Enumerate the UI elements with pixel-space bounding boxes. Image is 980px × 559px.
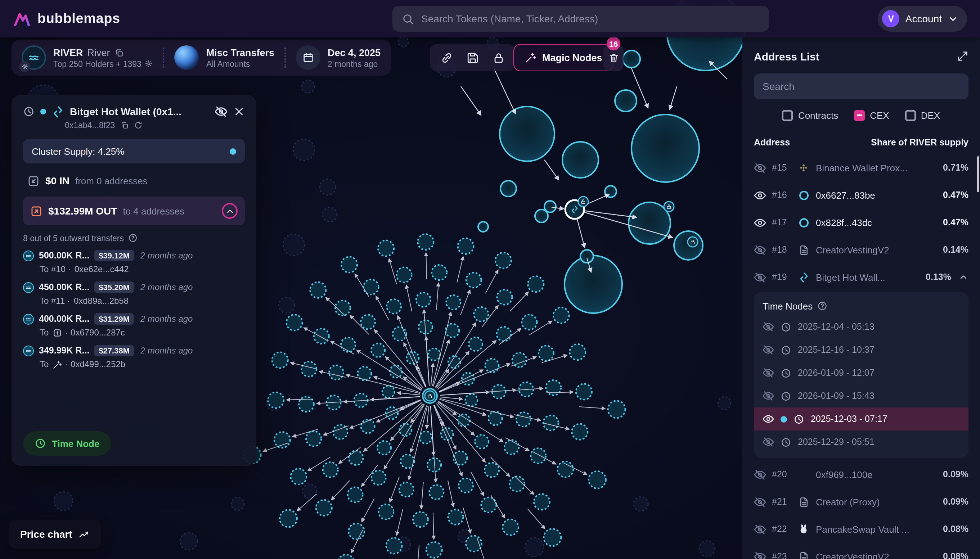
account-label: Account [906,13,942,25]
snapshot-date-card[interactable]: Dec 4, 2025 2 months ago [296,45,381,70]
lock-button[interactable] [487,47,510,68]
eye-off-icon[interactable] [754,244,766,256]
address-name: 0xf969...100e [816,469,937,480]
time-node-row[interactable]: 2026-01-09 - 12:07 [754,361,968,384]
inflow-row[interactable]: $0 IN from 0 addresses [23,169,245,192]
price-chart-label: Price chart [20,528,72,540]
transfer-item[interactable]: 500.00K R... $39.12M 2 months ago To #10… [23,250,245,274]
filter-cex[interactable]: CEX [854,110,889,121]
share-link-button[interactable] [435,47,458,68]
address-row[interactable]: #15 Binance Wallet Prox... 0.71% [754,154,968,182]
calendar-icon [296,45,320,70]
eye-off-icon[interactable] [763,367,774,379]
help-icon[interactable] [128,233,137,243]
time-node-row[interactable]: 2025-12-04 - 05:13 [754,315,968,338]
time-node-row-selected[interactable]: 2025-12-03 - 07:17 [754,407,968,430]
address-row[interactable]: #20 0xf969...100e 0.09% [754,461,968,488]
address-rank: #17 [772,217,791,228]
address-row[interactable]: #23 CreatorVestingV2 0.08% [754,543,968,559]
eye-off-icon[interactable] [754,468,766,481]
chevron-down-icon [948,13,958,24]
help-icon[interactable] [817,301,827,311]
address-search[interactable] [754,73,968,99]
copy-address-icon[interactable] [120,121,129,130]
address-row[interactable]: #16 0x6627...83be 0.47% [754,182,968,209]
address-list-panel: Address List Contracts CEX DEX Address S… [742,38,980,559]
address-search-input[interactable] [763,81,960,92]
token-search[interactable] [392,6,769,32]
eye-off-icon[interactable] [763,436,774,448]
snapshot-age: 2 months ago [328,60,377,68]
transfer-item[interactable]: 450.00K R... $35.20M 2 months ago To #11… [23,281,245,306]
address-name: Bitget Hot Wall... [816,272,920,283]
filter-contracts[interactable]: Contracts [782,110,838,121]
eye-off-icon[interactable] [754,496,766,508]
eye-icon[interactable] [754,189,766,201]
transfer-time: 2 months ago [141,346,193,356]
address-row[interactable]: #18 CreatorVestingV2 0.14% [754,236,968,263]
transfer-to-address: · 0x6790...287c [65,327,124,337]
wand-icon [52,360,61,369]
time-node-button[interactable]: Time Node [23,431,111,456]
address-row[interactable]: #22 PancakeSwap Vault ... 0.08% [754,516,968,543]
eye-off-icon[interactable] [754,550,766,559]
clock-icon [781,367,791,378]
save-button[interactable] [461,47,484,68]
clock-icon [781,321,791,332]
hide-address-eye-off-icon[interactable] [215,105,228,118]
time-node-label: Time Node [52,438,99,449]
link-icon [440,51,452,64]
cluster-supply-label: Cluster Supply: 4.25% [32,146,124,157]
address-name: 0x6627...83be [816,190,937,200]
cluster-supply-row[interactable]: Cluster Supply: 4.25% [23,139,245,164]
token-search-input[interactable] [421,13,760,25]
time-node-row[interactable]: 2026-01-09 - 15:43 [754,384,968,407]
time-node-row[interactable]: 2025-12-29 - 05:51 [754,430,968,453]
column-share: Share of RIVER supply [871,137,968,147]
eye-icon[interactable] [754,216,766,228]
clock-icon [781,344,791,355]
divider [163,48,164,68]
eye-off-icon[interactable] [754,271,766,283]
price-chart-button[interactable]: Price chart [9,520,101,549]
account-menu-button[interactable]: V Account [878,6,967,32]
transfer-to-label: To #11 · [40,296,70,306]
transfer-mode-card[interactable]: Misc Transfers All Amounts [175,45,274,70]
logo-text: bubblemaps [38,11,120,26]
gear-icon[interactable] [145,60,153,68]
copy-icon[interactable] [114,48,124,57]
chevron-up-icon[interactable] [958,272,968,282]
expand-icon[interactable] [957,50,968,62]
cex-checkbox[interactable] [854,110,865,121]
transfer-item[interactable]: 400.00K R... $31.29M 2 months ago To · 0… [23,313,245,337]
eye-off-icon[interactable] [763,321,774,332]
refresh-icon[interactable] [134,121,142,130]
close-icon[interactable] [233,106,245,117]
eye-off-icon[interactable] [763,344,774,356]
address-row[interactable]: #17 0x828f...43dc 0.47% [754,209,968,236]
eye-off-icon[interactable] [754,523,766,535]
river-coin-icon [23,282,34,293]
outflow-row[interactable]: $132.99M OUT to 4 addresses [23,197,245,225]
scrollbar-thumb[interactable] [977,156,979,192]
eye-icon[interactable] [763,413,774,425]
transfers-note-row: 8 out of 5 outward transfers [23,233,245,243]
bubblemaps-logo[interactable]: bubblemaps [13,10,120,28]
transfer-to-label: To [40,327,49,337]
address-row-expanded[interactable]: #19 Bitget Hot Wall... 0.13% [754,263,968,291]
avatar: V [882,10,900,27]
time-node-row[interactable]: 2025-12-16 - 10:37 [754,338,968,361]
eye-off-icon[interactable] [763,390,774,402]
search-icon [402,13,414,25]
magic-nodes-button[interactable]: Magic Nodes [513,44,614,71]
transfer-to-address: 0xe62e...c442 [74,264,129,274]
address-row[interactable]: #21 Creator (Proxy) 0.09% [754,488,968,516]
transfer-item[interactable]: 349.99K R... $27.38M 2 months ago To · 0… [23,345,245,369]
eye-off-icon[interactable] [754,162,766,174]
transfer-time: 2 months ago [141,251,193,261]
dex-checkbox[interactable] [905,110,916,121]
filter-dex[interactable]: DEX [905,110,940,121]
contracts-checkbox[interactable] [782,110,793,121]
collapse-outflows-button[interactable] [222,203,238,219]
token-card[interactable]: RIVER River Top 250 Holders + 1393 [22,45,153,70]
